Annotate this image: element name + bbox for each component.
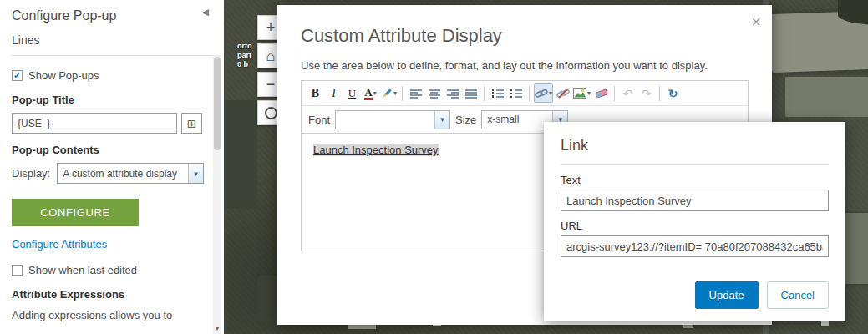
link-dialog: Link Text URL Update Cancel	[544, 122, 845, 321]
chevron-down-icon: ▾	[216, 325, 219, 332]
collapse-arrow-icon: ◀	[202, 7, 209, 17]
chevron-down-icon: ▾	[188, 164, 203, 183]
sidebar-scrollbar[interactable]: ▾	[213, 55, 221, 334]
toolbar-separator	[614, 86, 615, 101]
bold-button[interactable]: B	[307, 84, 324, 103]
align-left-button[interactable]	[407, 84, 424, 103]
close-icon: ×	[751, 13, 761, 31]
font-color-icon: A	[364, 87, 372, 100]
checkmark-icon: ✓	[13, 71, 21, 80]
configure-attributes-link[interactable]: Configure Attributes	[12, 238, 107, 250]
divider	[12, 55, 212, 56]
add-field-button[interactable]: ⊞	[181, 113, 202, 134]
map-feature	[224, 100, 257, 209]
remove-format-button[interactable]	[592, 84, 610, 103]
align-right-button[interactable]	[444, 84, 461, 103]
highlight-color-button[interactable]: ▾	[380, 84, 398, 103]
bold-icon: B	[312, 87, 319, 100]
popup-contents-label: Pop-up Contents	[12, 144, 204, 156]
dialog-title: Custom Attribute Display	[301, 25, 749, 47]
undo-button[interactable]: ↶	[619, 84, 637, 103]
scrollbar-down-button[interactable]: ▾	[213, 322, 221, 334]
map-label: orto part 0 b	[237, 42, 252, 69]
popup-title-input[interactable]	[12, 113, 177, 134]
panel-content: ✓ Show Pop-ups Pop-up Title ⊞ Pop-up Con…	[0, 56, 224, 322]
popup-title-row: ⊞	[12, 113, 204, 134]
cancel-button[interactable]: Cancel	[767, 281, 829, 309]
collapse-panel-button[interactable]: ◀	[202, 7, 209, 18]
align-left-icon	[410, 89, 422, 99]
dropdown-arrow-icon: ▾	[549, 89, 552, 97]
display-select-value: A custom attribute display	[58, 168, 188, 180]
update-button[interactable]: Update	[695, 281, 759, 309]
redo-button[interactable]: ↷	[637, 84, 655, 103]
unlink-button[interactable]	[554, 84, 571, 103]
map-label-line: 0 b	[237, 60, 252, 69]
numbered-list-icon	[491, 89, 504, 99]
align-justify-icon	[465, 89, 477, 99]
dialog-description: Use the area below to define, format, an…	[301, 59, 749, 72]
show-when-last-edited-label: Show when last edited	[28, 264, 137, 276]
configure-button[interactable]: CONFIGURE	[12, 199, 139, 226]
dropdown-arrow-icon: ▾	[587, 89, 591, 97]
bullet-list-icon	[510, 89, 522, 99]
map-feature	[785, 77, 868, 117]
font-color-button[interactable]: A ▾	[362, 84, 379, 103]
configure-popup-panel: Configure Pop-up ◀ Lines ✓ Show Pop-ups …	[0, 0, 224, 334]
attribute-expressions-label: Attribute Expressions	[12, 288, 204, 301]
layer-name: Lines	[12, 33, 212, 47]
insert-image-button[interactable]: ▾	[572, 84, 591, 103]
locate-icon	[265, 107, 277, 119]
checkbox-checked[interactable]: ✓	[12, 70, 23, 81]
underline-icon: U	[348, 87, 356, 100]
redo-icon: ↷	[642, 88, 652, 99]
close-dialog-button[interactable]: ×	[751, 13, 761, 30]
toolbar-separator	[402, 86, 403, 101]
divider	[561, 164, 829, 165]
dropdown-arrow-icon: ▾	[393, 89, 397, 97]
underline-button[interactable]: U	[343, 84, 361, 103]
app-window: orto part 0 b + ⌂ − Configure Pop-up ◀	[0, 0, 868, 334]
popup-title-label: Pop-up Title	[12, 94, 204, 106]
link-text-label: Text	[561, 174, 829, 186]
map-label-line: part	[237, 51, 252, 60]
align-right-icon	[447, 89, 459, 99]
editor-link-text[interactable]: Launch Inspection Survey	[313, 144, 439, 156]
align-center-icon	[429, 89, 440, 99]
link-text-input[interactable]	[561, 190, 829, 211]
display-select[interactable]: A custom attribute display ▾	[57, 163, 204, 184]
checkbox-unchecked[interactable]	[12, 265, 23, 276]
link-url-label: URL	[561, 220, 829, 232]
link-dialog-buttons: Update Cancel	[695, 281, 829, 309]
highlighter-icon	[381, 88, 393, 99]
toolbar-separator	[659, 86, 660, 101]
toolbar-row-formatting: B I U A ▾ ▾	[302, 81, 748, 106]
toolbar-separator	[484, 86, 485, 101]
italic-icon: I	[332, 87, 336, 100]
size-label: Size	[455, 114, 476, 126]
show-popups-checkbox[interactable]: ✓ Show Pop-ups	[12, 69, 204, 82]
link-url-input[interactable]	[561, 235, 829, 257]
font-select[interactable]: ▾	[335, 110, 450, 129]
display-label: Display:	[12, 167, 50, 180]
minus-icon: −	[266, 76, 276, 94]
chevron-down-icon: ▾	[434, 111, 449, 129]
map-label-line: orto	[237, 42, 252, 51]
link-icon	[535, 88, 548, 99]
show-when-last-edited-checkbox[interactable]: Show when last edited	[12, 264, 204, 276]
insert-link-button[interactable]: ▾	[534, 84, 553, 103]
image-icon	[573, 88, 586, 99]
toolbar-separator	[529, 86, 530, 101]
dropdown-arrow-icon: ▾	[373, 89, 377, 97]
view-source-button[interactable]: ↻	[664, 84, 682, 103]
scrollbar-thumb[interactable]	[214, 57, 221, 150]
display-row: Display: A custom attribute display ▾	[12, 163, 204, 184]
bullet-list-button[interactable]	[507, 84, 525, 103]
align-justify-button[interactable]	[462, 84, 480, 103]
italic-button[interactable]: I	[325, 84, 343, 103]
align-center-button[interactable]	[425, 84, 443, 103]
size-select-value: x-small	[482, 114, 552, 125]
font-label: Font	[308, 114, 330, 126]
link-dialog-title: Link	[561, 137, 829, 154]
numbered-list-button[interactable]	[489, 84, 506, 103]
